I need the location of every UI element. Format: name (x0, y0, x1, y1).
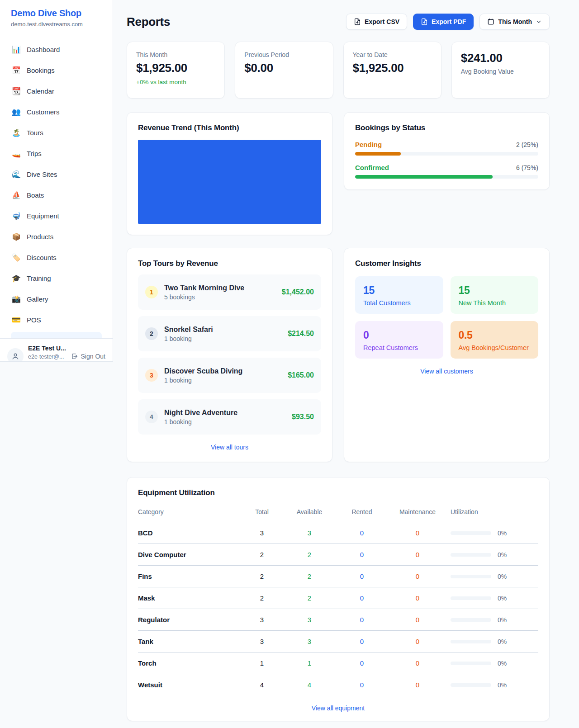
insight-tiles: 15 Total Customers 15 New This Month 0 R… (355, 276, 538, 359)
equip-available: 3 (280, 631, 339, 652)
sidebar-item-dashboard[interactable]: 📊Dashboard (5, 41, 107, 58)
tour-bookings: 1 booking (164, 335, 281, 342)
revenue-trend-chart (138, 140, 321, 224)
status-count-pending: 2 (25%) (516, 141, 538, 148)
table-row: Tank 3 3 0 0 0% (138, 631, 538, 652)
sidebar-item-label: Training (27, 274, 51, 282)
period-dropdown[interactable]: This Month (479, 14, 550, 30)
sidebar-item-equipment[interactable]: 🤿Equipment (5, 207, 107, 225)
stat-label: Year to Date (353, 51, 432, 58)
tile-value: 15 (459, 284, 531, 297)
table-row: Torch 1 1 0 0 0% (138, 652, 538, 674)
tour-amount: $93.50 (292, 413, 314, 421)
sidebar-item-calendar[interactable]: 📆Calendar (5, 82, 107, 100)
revenue-trend-title: Revenue Trend (This Month) (138, 123, 321, 132)
table-row: Mask 2 2 0 0 0% (138, 587, 538, 609)
tour-name: Discover Scuba Diving (164, 367, 281, 375)
sidebar-item-trips[interactable]: 🚤Trips (5, 145, 107, 162)
sidebar-item-label: Equipment (27, 212, 59, 220)
tearoff-calendar-icon: 📆 (12, 87, 21, 95)
view-all-tours-link[interactable]: View all tours (138, 444, 321, 451)
sidebar-item-pos[interactable]: 💳POS (5, 311, 107, 329)
sidebar-item-dive-sites[interactable]: 🌊Dive Sites (5, 165, 107, 183)
stat-label: Previous Period (244, 51, 323, 58)
equip-category: Fins (138, 566, 244, 587)
top-tours-title: Top Tours by Revenue (138, 259, 321, 268)
sidebar-item-tours[interactable]: 🏝️Tours (5, 124, 107, 142)
chevron-down-icon (536, 19, 542, 25)
tour-amount: $214.50 (288, 330, 314, 338)
sidebar-item-bookings[interactable]: 📅Bookings (5, 61, 107, 79)
charts-row: Revenue Trend (This Month) Bookings by S… (127, 112, 550, 235)
sidebar-item-training[interactable]: 🎓Training (5, 269, 107, 287)
sidebar-item-customers[interactable]: 👥Customers (5, 103, 107, 121)
sign-out-button[interactable]: Sign Out (71, 353, 105, 360)
rank-badge: 1 (145, 286, 158, 298)
equip-rented: 0 (339, 566, 384, 587)
tour-row: 3 Discover Scuba Diving 1 booking $165.0… (138, 358, 321, 393)
sidebar-item-gallery[interactable]: 📸Gallery (5, 290, 107, 308)
sidebar-item-label: Customers (27, 108, 60, 116)
calendar-date-icon: 📅 (12, 66, 21, 75)
stat-card-year-to-date: Year to Date $1,925.00 (343, 42, 441, 99)
utilization-bar (451, 618, 491, 622)
tile-value: 0.5 (459, 329, 531, 341)
sidebar-item-label: Bookings (27, 66, 55, 74)
stat-card-previous-period: Previous Period $0.00 (235, 42, 333, 99)
shop-title: Demo Dive Shop (11, 8, 102, 19)
equip-rented: 0 (339, 652, 384, 674)
tour-amount: $1,452.00 (282, 288, 314, 296)
sidebar-header: Demo Dive Shop demo.test.divestreams.com (0, 0, 113, 35)
table-row: Wetsuit 4 4 0 0 0% (138, 674, 538, 696)
view-all-equipment-link[interactable]: View all equipment (138, 704, 538, 712)
tour-bookings: 1 booking (164, 377, 281, 384)
calendar-icon (487, 18, 494, 25)
equip-rented: 0 (339, 609, 384, 631)
status-row-confirmed: Confirmed 6 (75%) (355, 164, 538, 179)
export-pdf-button[interactable]: Export PDF (413, 14, 474, 30)
stat-value: $0.00 (244, 61, 323, 75)
sidebar-item-discounts[interactable]: 🏷️Discounts (5, 249, 107, 266)
utilization-percent: 0% (498, 551, 507, 558)
sidebar-item-products[interactable]: 📦Products (5, 228, 107, 246)
diving-mask-icon: 🤿 (12, 212, 21, 220)
rank-badge: 3 (145, 369, 158, 382)
table-row: BCD 3 3 0 0 0% (138, 522, 538, 544)
status-label-confirmed: Confirmed (355, 164, 389, 171)
equip-maintenance: 0 (384, 674, 451, 696)
user-info: E2E Test U... e2e-tester@... Owner (28, 345, 66, 362)
sidebar-item-label: Products (27, 233, 53, 241)
tile-total-customers: 15 Total Customers (355, 276, 443, 314)
sidebar-nav: 📊Dashboard 📅Bookings 📆Calendar 👥Customer… (0, 35, 113, 338)
stat-card-avg-booking-value: $241.00 Avg Booking Value (451, 42, 550, 99)
export-csv-button[interactable]: Export CSV (346, 14, 407, 30)
equip-category: Regulator (138, 609, 244, 631)
utilization-percent: 0% (498, 660, 507, 667)
equipment-utilization-title: Equipment Utilization (138, 488, 538, 497)
equip-category: Tank (138, 631, 244, 652)
sidebar-item-label: Discounts (27, 254, 57, 261)
customer-insights-card: Customer Insights 15 Total Customers 15 … (344, 248, 550, 462)
equip-category: Wetsuit (138, 674, 244, 696)
user-email: e2e-tester@... (28, 354, 66, 361)
sidebar-item-reports-active-partial[interactable] (11, 332, 102, 338)
person-icon (11, 352, 19, 360)
equip-maintenance: 0 (384, 652, 451, 674)
equip-rented: 0 (339, 522, 384, 544)
utilization-bar (451, 531, 491, 535)
equip-total: 1 (244, 652, 280, 674)
utilization-percent: 0% (498, 573, 507, 580)
tile-label: New This Month (459, 299, 531, 307)
view-all-customers-link[interactable]: View all customers (355, 368, 538, 375)
equip-available: 2 (280, 587, 339, 609)
sidebar-item-boats[interactable]: ⛵Boats (5, 186, 107, 204)
tour-row: 4 Night Dive Adventure 1 booking $93.50 (138, 399, 321, 435)
export-csv-label: Export CSV (365, 18, 399, 25)
sidebar-item-label: Calendar (27, 87, 54, 95)
equip-available: 4 (280, 674, 339, 696)
sidebar-item-label: Trips (27, 150, 42, 157)
tile-label: Avg Bookings/Customer (459, 344, 531, 351)
sidebar-item-label: Gallery (27, 295, 48, 303)
sidebar-item-label: Dashboard (27, 46, 60, 53)
speedboat-icon: 🚤 (12, 149, 21, 158)
